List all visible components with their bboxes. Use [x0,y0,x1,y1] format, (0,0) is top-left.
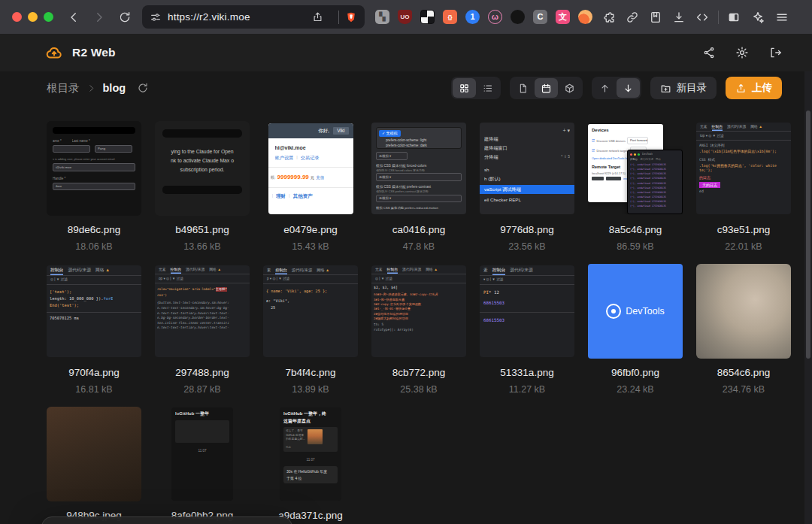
sparkle-icon[interactable] [751,11,765,24]
nav-buttons [67,11,132,24]
file-tile[interactable]: 素控制台源代码/来源▾ ◎ | ▼ 过滤PI * 126861550368615… [480,264,574,407]
file-name: 9776d8.png [500,224,553,235]
file-thumbnail: 控制台源代码/来源网络 ▲◎ | ▼ 过滤['test');length: 10… [47,264,141,359]
sort-by-name-toggle[interactable] [511,78,535,98]
menu-icon[interactable] [775,11,789,24]
view-list-toggle[interactable] [476,78,499,98]
code-icon[interactable] [695,11,709,24]
file-tile[interactable]: DevTools96fbf0.png23.24 kB [588,264,683,407]
minimize-window-button[interactable] [28,12,38,22]
thumbnail-image: 你好,Vikihi@viki.moe账户设置|交易记录额:9999999.99元… [268,123,353,214]
file-tile[interactable]: 元素控制台源代码/来源网络 ▲top ▾ ◎ ▼ 过滤ANSI 转义序列.log… [696,121,791,264]
thumbnail-image: 元素控制台源代码/来源网络 ▲top ▾ ◎ ▼ 过滤ANSI 转义序列.log… [696,123,791,214]
breadcrumb-root[interactable]: 根目录 [47,81,80,95]
new-directory-label: 新目录 [677,81,707,95]
c-badge-icon[interactable]: C [533,10,547,24]
proxy-checker-icon[interactable] [420,10,435,24]
file-thumbnail: loGitHub 一整年，终这篇年度盘点过去了，春节GitHub 也迎来的年度盘… [263,407,358,501]
file-tile[interactable]: 948b9c.jpeg [47,407,141,524]
file-toolbar: 新目录上传 [451,77,783,99]
file-tile[interactable]: 元素控制台源代码/来源网络 ▲op ▾ ◎ | ▼ 过滤role="naviga… [155,264,250,407]
app-title: R2 Web [72,46,116,59]
orange-blob-icon[interactable] [578,10,592,24]
thumbnail-image: ame *Last name *Pangs is adding user, pl… [47,121,141,216]
file-tile[interactable]: 素控制台源代码/来源网络 ▲p ▾ ◎ | ▼ 过滤{ name: 'Viki'… [263,264,358,407]
file-size: 11.27 kB [509,384,545,395]
extension-icons: ▚UO{}1ωC文 [375,10,592,24]
url-text[interactable]: https://r2.viki.moe [168,11,306,23]
upload-button[interactable]: 上传 [726,77,782,99]
refresh-button[interactable] [137,82,149,94]
file-size: 22.01 kB [725,241,762,252]
file-thumbnail: ✓ 无模拟prefers-color-scheme: lightprefers-… [371,121,466,216]
file-tile[interactable]: + ▾建终端建终端窗口分终端^ ⇧ 5shh (默认)vaScript 调试终端… [480,121,574,264]
ublock-shield-icon[interactable]: UO [398,10,412,24]
file-browser-content: ame *Last name *Pangs is adding user, pl… [0,104,812,524]
file-name: c93e51.png [717,224,771,235]
file-tile[interactable]: 8654c6.png234.76 kB [696,264,791,407]
share-page-icon[interactable] [312,11,323,23]
file-tile[interactable]: 元素控制台源代码/来源网络 ▲◎ | ▼ 过滤$2, $3, $4]h3#3—和… [371,264,466,407]
file-tile[interactable]: 你好,Vikihi@viki.moe账户设置|交易记录额:9999999.99元… [263,121,358,264]
afro-head-icon[interactable] [511,10,525,24]
file-tile[interactable]: ying to the Claude for Opennk to activat… [155,121,250,264]
upload-progress-toast: 上传进度 1 / 1 image.png Tinify: 221.28 kB →… [41,516,292,524]
file-name: 8cb772.png [392,367,446,378]
forward-button[interactable] [92,11,106,24]
immersive-translate-icon[interactable]: 文 [556,10,570,24]
scrollbar-thumb[interactable] [806,111,810,359]
file-size: 16.81 kB [75,384,112,395]
download-icon[interactable] [672,11,686,24]
file-thumbnail [696,264,791,359]
book-icon[interactable] [649,11,662,24]
thumbnail-image: 素控制台源代码/来源▾ ◎ | ▼ 过滤PI * 126861550368615… [480,265,574,357]
thumbnail-image: ✓ 无模拟prefers-color-scheme: lightprefers-… [371,123,466,214]
reload-button[interactable] [118,11,132,24]
gear-icon[interactable] [735,46,749,59]
sort-by-size-toggle[interactable] [558,78,581,98]
sort-by-date-toggle[interactable] [535,78,558,98]
file-thumbnail: ame *Last name *Pangs is adding user, pl… [47,121,141,216]
scrollbar-track[interactable] [804,71,812,524]
sort-descending-toggle[interactable] [617,78,640,98]
braces-extension-icon[interactable]: {} [443,10,457,24]
tampermonkey-icon[interactable]: ▚ [375,10,389,24]
file-size: 86.59 kB [617,241,653,252]
file-tile[interactable]: loGitHub 一整年，终这篇年度盘点过去了，春节GitHub 也迎来的年度盘… [263,407,358,524]
sidebar-icon[interactable] [727,11,741,24]
file-tile[interactable]: ✓ 无模拟prefers-color-scheme: lightprefers-… [371,121,466,264]
file-tile[interactable]: ame *Last name *Pangs is adding user, pl… [47,121,141,264]
url-bar[interactable]: https://r2.viki.moe [142,5,365,29]
thumbnail-image: ying to the Claude for Opennk to activat… [155,121,250,216]
onepassword-icon[interactable]: 1 [465,10,480,24]
puzzle-icon[interactable] [602,11,616,24]
file-name: 297488.png [175,367,229,378]
back-button[interactable] [67,11,80,24]
cat-extension-icon[interactable]: ω [488,10,502,24]
zoom-window-button[interactable] [44,12,53,22]
file-tile[interactable]: loGitHub 一整年11:078afe0bb2.png [155,407,250,524]
file-size: 28.87 kB [183,384,220,395]
view-grid-toggle[interactable] [453,78,476,98]
close-window-button[interactable] [12,12,22,22]
r2web-logo-icon [45,44,63,62]
file-thumbnail: 元素控制台源代码/来源网络 ▲op ▾ ◎ | ▼ 过滤role="naviga… [155,264,250,359]
file-tile[interactable]: Devices☑Discover USB devicesPort forward… [588,121,683,264]
share-nodes-icon[interactable] [702,46,716,59]
site-controls-icon[interactable] [150,11,162,23]
sort-ascending-toggle[interactable] [593,78,617,98]
grid-icon [459,83,470,94]
brave-shield-icon[interactable] [345,11,357,23]
logout-icon[interactable] [768,46,782,59]
file-name: 8a5c46.png [609,224,662,235]
file-size: 23.56 kB [508,241,545,252]
file-name: e0479e.png [283,224,337,235]
file-tile[interactable]: 控制台源代码/来源网络 ▲◎ | ▼ 过滤['test');length: 10… [47,264,141,407]
window-controls [12,12,53,22]
browser-right-icons [727,11,789,24]
new-directory-button[interactable]: 新目录 [650,77,717,99]
file-name: 96fbf0.png [611,367,659,378]
link-icon[interactable] [626,11,639,24]
file-icon [517,83,529,94]
file-size: 15.43 kB [292,241,329,252]
